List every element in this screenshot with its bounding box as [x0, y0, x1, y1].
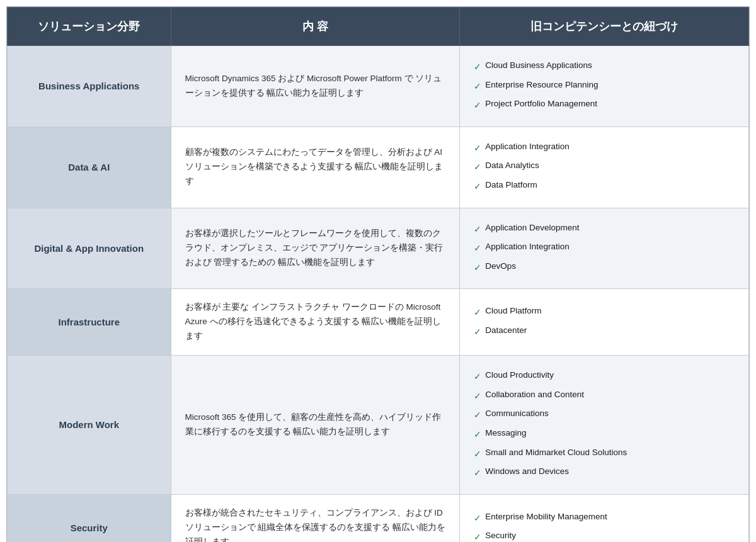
- table-row: Securityお客様が統合されたセキュリティ、コンプライアンス、および ID …: [8, 494, 749, 542]
- check-icon: ✓: [474, 510, 481, 527]
- list-item: ✓Communications: [474, 405, 735, 424]
- content-cell: お客様が統合されたセキュリティ、コンプライアンス、および ID ソリューションで…: [171, 494, 460, 542]
- solution-cell: Digital & App Innovation: [8, 208, 171, 289]
- link-label: Enterprise Mobility Management: [485, 509, 607, 525]
- list-item: ✓Small and Midmarket Cloud Solutions: [474, 444, 735, 463]
- list-item: ✓Cloud Platform: [474, 303, 735, 321]
- check-icon: ✓: [474, 259, 481, 276]
- header-links: 旧コンピテンシーとの紐づけ: [460, 8, 749, 46]
- list-item: ✓Collaboration and Content: [474, 387, 735, 405]
- list-item: ✓Cloud Business Applications: [474, 57, 735, 76]
- list-item: ✓Application Integration: [474, 239, 735, 257]
- check-icon: ✓: [474, 446, 481, 463]
- check-icon: ✓: [474, 78, 481, 95]
- link-label: Enterprise Resource Planning: [485, 77, 598, 93]
- list-item: ✓Data Platform: [474, 177, 735, 195]
- link-label: Cloud Productivity: [485, 367, 554, 383]
- main-table-wrapper: ソリューション分野 内 容 旧コンピテンシーとの紐づけ Business App…: [6, 6, 750, 542]
- link-label: Data Platform: [485, 177, 537, 193]
- content-cell: お客様が選択したツールとフレームワークを使用して、複数のクラウド、オンプレミス、…: [171, 208, 460, 289]
- links-cell: ✓Cloud Business Applications✓Enterprise …: [460, 46, 749, 127]
- solutions-table: ソリューション分野 内 容 旧コンピテンシーとの紐づけ Business App…: [7, 7, 749, 542]
- check-icon: ✓: [474, 529, 481, 542]
- link-label: Cloud Platform: [485, 303, 541, 319]
- table-row: Data & AI顧客が複数のシステムにわたってデータを管理し、分析および AI…: [8, 127, 749, 208]
- list-item: ✓Cloud Productivity: [474, 367, 735, 385]
- check-icon: ✓: [474, 388, 481, 405]
- solution-cell: Infrastructure: [8, 289, 171, 356]
- header-content: 内 容: [171, 8, 460, 46]
- link-label: Application Integration: [485, 138, 570, 155]
- list-item: ✓Enterprise Resource Planning: [474, 77, 735, 95]
- link-label: Small and Midmarket Cloud Solutions: [485, 444, 627, 461]
- link-label: Cloud Business Applications: [485, 57, 592, 74]
- links-cell: ✓Cloud Platform✓Datacenter: [460, 289, 749, 356]
- link-label: Datacenter: [485, 322, 527, 339]
- solution-cell: Security: [8, 494, 171, 542]
- list-item: ✓Enterprise Mobility Management: [474, 509, 735, 527]
- check-icon: ✓: [474, 426, 481, 443]
- check-icon: ✓: [474, 465, 481, 482]
- link-label: Project Portfolio Management: [485, 96, 597, 112]
- table-row: Infrastructureお客様が 主要な インフラストラクチャ ワークロード…: [8, 289, 749, 356]
- table-row: Modern WorkMicrosoft 365 を使用して、顧客の生産性を高め…: [8, 356, 749, 495]
- link-label: DevOps: [485, 258, 516, 274]
- link-label: Collaboration and Content: [485, 387, 584, 403]
- content-cell: Microsoft 365 を使用して、顧客の生産性を高め、ハイブリッド作業に移…: [171, 356, 460, 495]
- table-row: Business ApplicationsMicrosoft Dynamics …: [8, 46, 749, 127]
- list-item: ✓Data Analytics: [474, 157, 735, 176]
- check-icon: ✓: [474, 140, 481, 157]
- check-icon: ✓: [474, 159, 481, 176]
- link-label: Windows and Devices: [485, 463, 569, 480]
- check-icon: ✓: [474, 368, 481, 385]
- list-item: ✓Messaging: [474, 425, 735, 443]
- link-label: Security: [485, 528, 516, 542]
- check-icon: ✓: [474, 221, 481, 238]
- link-label: Data Analytics: [485, 157, 539, 174]
- link-label: Messaging: [485, 425, 526, 441]
- content-cell: Microsoft Dynamics 365 および Microsoft Pow…: [171, 46, 460, 127]
- check-icon: ✓: [474, 304, 481, 321]
- check-icon: ✓: [474, 240, 481, 257]
- list-item: ✓Application Integration: [474, 138, 735, 157]
- links-cell: ✓Application Development✓Application Int…: [460, 208, 749, 289]
- check-icon: ✓: [474, 407, 481, 424]
- list-item: ✓Datacenter: [474, 322, 735, 341]
- list-item: ✓DevOps: [474, 258, 735, 276]
- solution-cell: Business Applications: [8, 46, 171, 127]
- list-item: ✓Windows and Devices: [474, 463, 735, 482]
- check-icon: ✓: [474, 324, 481, 341]
- check-icon: ✓: [474, 178, 481, 195]
- list-item: ✓Security: [474, 528, 735, 542]
- links-cell: ✓Application Integration✓Data Analytics✓…: [460, 127, 749, 208]
- list-item: ✓Project Portfolio Management: [474, 96, 735, 114]
- solution-cell: Data & AI: [8, 127, 171, 208]
- link-label: Application Development: [485, 220, 579, 236]
- solution-cell: Modern Work: [8, 356, 171, 495]
- content-cell: お客様が 主要な インフラストラクチャ ワークロードの Microsoft Az…: [171, 289, 460, 356]
- header-row: ソリューション分野 内 容 旧コンピテンシーとの紐づけ: [8, 8, 749, 46]
- links-cell: ✓Enterprise Mobility Management✓Security: [460, 494, 749, 542]
- header-solution: ソリューション分野: [8, 8, 171, 46]
- table-row: Digital & App Innovationお客様が選択したツールとフレーム…: [8, 208, 749, 289]
- links-cell: ✓Cloud Productivity✓Collaboration and Co…: [460, 356, 749, 495]
- link-label: Application Integration: [485, 239, 570, 255]
- list-item: ✓Application Development: [474, 220, 735, 238]
- content-cell: 顧客が複数のシステムにわたってデータを管理し、分析および AI ソリューションを…: [171, 127, 460, 208]
- link-label: Communications: [485, 405, 549, 422]
- check-icon: ✓: [474, 97, 481, 114]
- check-icon: ✓: [474, 59, 481, 76]
